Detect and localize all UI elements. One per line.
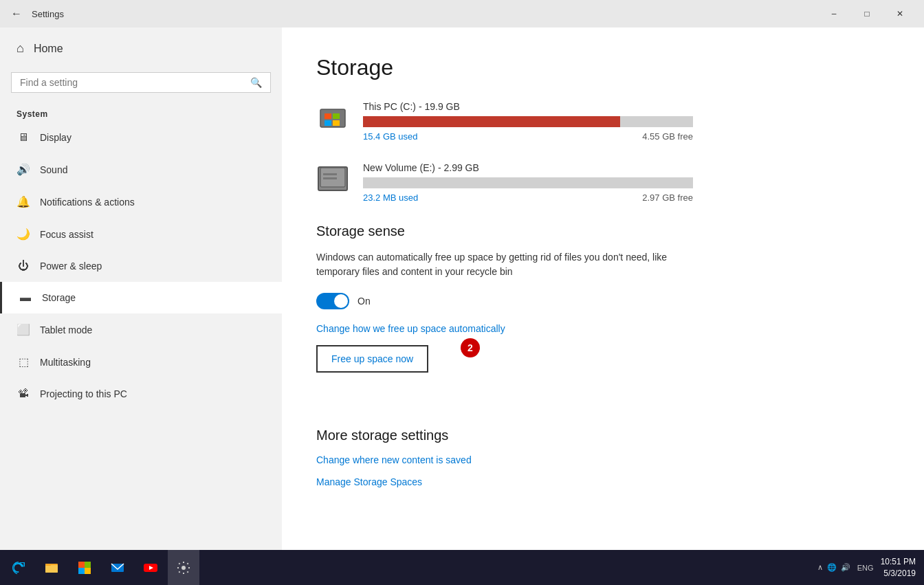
sidebar: ⌂ Home 🔍 System 🖥 Display 🔊 Sound 🔔 Noti…	[0, 27, 282, 550]
sidebar-item-display[interactable]: 🖥 Display	[0, 122, 282, 153]
sidebar-item-focus[interactable]: 🌙 Focus assist	[0, 218, 282, 250]
notifications-icon: 🔔	[16, 195, 30, 208]
content-area: Storage	[282, 27, 924, 550]
multitasking-label: Multitasking	[40, 357, 91, 368]
drive-c-item: This PC (C:) - 19.9 GB 15.4 GB used 4.55…	[316, 101, 890, 142]
svg-rect-12	[45, 564, 51, 566]
volume-icon[interactable]: 🔊	[841, 563, 850, 572]
more-storage-title: More storage settings	[316, 428, 890, 443]
home-label: Home	[34, 43, 63, 55]
power-icon: ⏻	[16, 260, 30, 272]
window-controls: – □ ✕	[818, 0, 916, 27]
tablet-icon: ⬜	[16, 323, 30, 336]
drive-e-fill	[363, 177, 368, 188]
taskbar-explorer[interactable]	[36, 550, 67, 585]
drive-c-free: 4.55 GB free	[642, 131, 693, 142]
svg-rect-15	[78, 568, 85, 574]
taskbar-youtube[interactable]	[135, 550, 166, 585]
drive-e-name: New Volume (E:) - 2.99 GB	[363, 162, 890, 173]
taskbar-sys-icons: ∧ 🌐 🔊	[817, 563, 850, 572]
search-box[interactable]: 🔍	[11, 72, 271, 93]
storage-sense-desc: Windows can automatically free up space …	[316, 250, 674, 279]
drive-e-details: New Volume (E:) - 2.99 GB 23.2 MB used 2…	[363, 162, 890, 203]
chevron-icon[interactable]: ∧	[817, 563, 823, 572]
sidebar-item-storage[interactable]: ▬ Storage 1	[0, 282, 282, 313]
search-icon: 🔍	[250, 77, 262, 88]
drive-c-icon	[316, 101, 349, 134]
clock-date: 5/3/2019	[881, 568, 916, 580]
titlebar-title: Settings	[32, 9, 811, 19]
free-up-btn[interactable]: Free up space now	[318, 346, 427, 371]
free-up-btn-wrapper: Free up space now	[316, 345, 428, 373]
storage-sense-title: Storage sense	[316, 223, 890, 239]
clock-time: 10:51 PM	[881, 556, 916, 568]
settings-window: ← Settings – □ ✕ ⌂ Home 🔍 System 🖥 Displ…	[0, 0, 924, 550]
maximize-button[interactable]: □	[851, 0, 883, 27]
display-icon: 🖥	[16, 131, 30, 144]
sidebar-item-tablet[interactable]: ⬜ Tablet mode	[0, 313, 282, 346]
change-auto-link[interactable]: Change how we free up space automaticall…	[316, 323, 890, 334]
taskbar-edge[interactable]	[3, 550, 34, 585]
annotation-2: 2	[461, 338, 480, 357]
svg-rect-13	[78, 562, 85, 568]
svg-rect-9	[323, 177, 337, 179]
svg-rect-16	[85, 568, 91, 574]
page-title: Storage	[316, 55, 890, 80]
focus-label: Focus assist	[40, 229, 94, 240]
drive-c-bar	[363, 116, 693, 127]
language-label: ENG	[857, 564, 874, 572]
search-input[interactable]	[20, 77, 245, 88]
drive-e-item: New Volume (E:) - 2.99 GB 23.2 MB used 2…	[316, 162, 890, 203]
svg-point-20	[182, 566, 186, 570]
taskbar: ∧ 🌐 🔊 ENG 10:51 PM 5/3/2019	[0, 550, 924, 585]
storage-sense-toggle[interactable]	[316, 293, 349, 309]
sound-icon: 🔊	[16, 163, 30, 176]
main-layout: ⌂ Home 🔍 System 🖥 Display 🔊 Sound 🔔 Noti…	[0, 27, 924, 550]
svg-rect-5	[333, 120, 340, 126]
sidebar-item-multitasking[interactable]: ⬚ Multitasking	[0, 346, 282, 378]
taskbar-store[interactable]	[69, 550, 100, 585]
sidebar-item-notifications[interactable]: 🔔 Notifications & actions	[0, 186, 282, 218]
focus-icon: 🌙	[16, 228, 30, 241]
multitasking-icon: ⬚	[16, 355, 30, 368]
svg-rect-3	[333, 113, 340, 119]
drive-c-fill	[363, 116, 620, 127]
storage-icon: ▬	[19, 291, 32, 304]
close-button[interactable]: ✕	[884, 0, 916, 27]
svg-rect-14	[85, 562, 91, 568]
change-location-link[interactable]: Change where new content is saved	[316, 454, 890, 465]
drive-c-details: This PC (C:) - 19.9 GB 15.4 GB used 4.55…	[363, 101, 890, 142]
projecting-icon: 📽	[16, 388, 30, 400]
taskbar-clock[interactable]: 10:51 PM 5/3/2019	[881, 556, 916, 580]
drive-e-used: 23.2 MB used	[363, 192, 418, 203]
minimize-button[interactable]: –	[818, 0, 850, 27]
taskbar-settings[interactable]	[168, 550, 199, 585]
svg-rect-2	[324, 113, 331, 119]
sound-label: Sound	[40, 164, 67, 175]
sidebar-item-power[interactable]: ⏻ Power & sleep	[0, 250, 282, 282]
storage-label: Storage	[42, 292, 76, 303]
taskbar-mail[interactable]	[102, 550, 133, 585]
notifications-label: Notifications & actions	[40, 197, 135, 208]
drive-e-icon	[316, 162, 349, 195]
svg-rect-4	[324, 120, 331, 126]
back-button[interactable]: ←	[8, 5, 25, 22]
toggle-row: On	[316, 293, 890, 309]
tablet-label: Tablet mode	[40, 324, 92, 335]
drive-c-name: This PC (C:) - 19.9 GB	[363, 101, 890, 112]
display-label: Display	[40, 132, 72, 143]
drive-e-free: 2.97 GB free	[642, 192, 693, 203]
manage-spaces-link[interactable]: Manage Storage Spaces	[316, 476, 890, 487]
sidebar-item-sound[interactable]: 🔊 Sound	[0, 153, 282, 186]
sidebar-item-home[interactable]: ⌂ Home	[0, 27, 282, 69]
projecting-label: Projecting to this PC	[40, 388, 127, 399]
system-section-label: System	[0, 104, 282, 122]
drive-e-stats: 23.2 MB used 2.97 GB free	[363, 192, 693, 203]
toggle-on-label: On	[358, 296, 371, 307]
drive-c-stats: 15.4 GB used 4.55 GB free	[363, 131, 693, 142]
toggle-knob	[334, 294, 348, 308]
svg-rect-8	[323, 173, 337, 175]
titlebar: ← Settings – □ ✕	[0, 0, 924, 27]
sidebar-item-projecting[interactable]: 📽 Projecting to this PC	[0, 378, 282, 410]
network-icon[interactable]: 🌐	[827, 563, 837, 572]
